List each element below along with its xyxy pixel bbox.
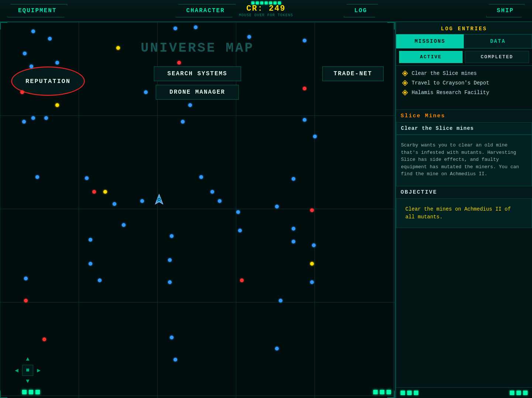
completed-filter-button[interactable]: COMPLETED — [465, 51, 529, 63]
map-dot-blue[interactable] — [170, 336, 174, 339]
active-filter-button[interactable]: ACTIVE — [399, 51, 463, 63]
right-led-4 — [510, 391, 514, 395]
led-1 — [22, 390, 27, 394]
map-dot-blue[interactable] — [35, 175, 39, 179]
mission-item-3[interactable]: Halamis Research Facility — [401, 88, 528, 97]
map-dot-blue[interactable] — [279, 299, 282, 302]
map-dot-blue[interactable] — [292, 177, 295, 181]
map-dot-blue[interactable] — [113, 202, 116, 206]
map-dot-blue[interactable] — [98, 278, 102, 282]
equipment-button[interactable]: EQUIPMENT — [7, 4, 67, 17]
map-dot-blue[interactable] — [236, 210, 240, 214]
nav-center-button[interactable]: ■ — [22, 365, 33, 376]
mission-detail-title-box: Clear the Slice mines — [396, 122, 532, 135]
map-dot-red[interactable] — [310, 208, 314, 212]
map-dot-blue[interactable] — [168, 280, 172, 284]
mission-icon-3 — [402, 90, 408, 96]
map-dot-blue[interactable] — [218, 199, 222, 203]
ship-button[interactable]: SHIP — [486, 4, 525, 17]
map-dot-blue[interactable] — [303, 39, 306, 42]
nav-left-arrow[interactable]: ◀ — [11, 365, 22, 376]
map-dot-blue[interactable] — [89, 238, 92, 242]
status-row: ACTIVE COMPLETED — [396, 49, 532, 66]
svg-marker-6 — [404, 82, 406, 84]
nav-right-arrow[interactable]: ▶ — [33, 365, 44, 376]
cr-display: CR: 249 MOUSE OVER FOR TOKENS — [239, 4, 293, 17]
right-led-2 — [407, 391, 412, 395]
tradenet-button[interactable]: TRADE-NET — [322, 66, 384, 81]
map-dot-red[interactable] — [42, 338, 46, 341]
map-dot-blue[interactable] — [144, 90, 148, 94]
map-dot-blue[interactable] — [140, 199, 144, 203]
map-dot-yellow[interactable] — [55, 103, 59, 107]
map-dot-yellow[interactable] — [310, 262, 314, 266]
map-dot-yellow[interactable] — [103, 190, 107, 194]
map-dot-red[interactable] — [177, 61, 181, 65]
map-dot-blue[interactable] — [174, 358, 177, 361]
right-led-5 — [516, 391, 521, 395]
map-dot-blue[interactable] — [122, 223, 126, 227]
map-dot-blue[interactable] — [303, 118, 306, 122]
nav-down-arrow[interactable]: ▼ — [22, 376, 33, 387]
map-dot-blue[interactable] — [174, 27, 177, 30]
right-leds-right — [510, 391, 528, 395]
map-dot-blue[interactable] — [238, 229, 242, 232]
map-dot-blue[interactable] — [85, 176, 89, 180]
nav-empty-tl — [11, 354, 22, 365]
map-bottom-leds-right — [373, 390, 391, 394]
map-dot-blue[interactable] — [194, 25, 198, 29]
map-dot-blue[interactable] — [22, 120, 26, 124]
map-dot-blue[interactable] — [310, 280, 314, 284]
top-navigation: EQUIPMENT CHARACTER CR: 249 MOUSE OVER F… — [0, 0, 532, 22]
mission-icon-2 — [402, 80, 408, 86]
log-button[interactable]: LOG — [344, 4, 378, 17]
corner-tl — [0, 22, 7, 30]
map-dot-blue[interactable] — [247, 35, 251, 39]
corner-bl — [0, 391, 7, 398]
svg-marker-8 — [404, 91, 406, 94]
map-dot-blue[interactable] — [275, 205, 279, 208]
map-dot-blue[interactable] — [170, 234, 174, 238]
cr-subtitle: MOUSE OVER FOR TOKENS — [239, 13, 293, 17]
map-dot-blue[interactable] — [48, 37, 52, 41]
map-dot-blue[interactable] — [31, 30, 35, 33]
drone-manager-button[interactable]: DRONE MANAGER — [156, 85, 239, 100]
map-dot-blue[interactable] — [31, 116, 35, 120]
map-dot-red[interactable] — [303, 87, 306, 90]
map-dot-blue[interactable] — [55, 61, 59, 65]
map-dot-blue[interactable] — [23, 52, 27, 55]
map-dot-blue[interactable] — [89, 262, 92, 266]
right-led-6 — [523, 391, 528, 395]
right-panel: LOG ENTRIES MISSIONS DATA ACTIVE COMPLET… — [395, 22, 532, 398]
map-dot-red[interactable] — [24, 299, 28, 302]
map-dot-blue[interactable] — [199, 175, 203, 179]
map-dot-blue[interactable] — [24, 277, 28, 280]
map-dot-blue[interactable] — [168, 258, 172, 262]
nav-up-arrow[interactable]: ▲ — [22, 354, 33, 365]
data-tab[interactable]: DATA — [464, 34, 532, 48]
search-systems-button[interactable]: SEARCH SYSTEMS — [154, 66, 241, 81]
map-dot-blue[interactable] — [210, 190, 214, 194]
map-dot-blue[interactable] — [312, 243, 316, 247]
map-dot-blue[interactable] — [30, 65, 33, 68]
mission-item-1[interactable]: Clear the Slice mines — [401, 69, 528, 78]
map-dot-blue[interactable] — [181, 120, 185, 124]
map-dot-yellow[interactable] — [116, 46, 120, 50]
right-leds-left — [401, 391, 418, 395]
mission-item-2[interactable]: Travel to Crayson's Depot — [401, 78, 528, 88]
map-dot-blue[interactable] — [44, 116, 48, 120]
map-dot-blue[interactable] — [188, 103, 192, 107]
tab-row: MISSIONS DATA — [396, 34, 532, 49]
map-dot-red[interactable] — [20, 90, 24, 94]
led-5 — [380, 390, 384, 394]
led-2 — [29, 390, 33, 394]
missions-tab[interactable]: MISSIONS — [396, 34, 464, 48]
mission-detail-desc-box: Scarby wants you to clear an old mine th… — [396, 135, 532, 186]
map-dot-red[interactable] — [92, 190, 96, 194]
map-dot-blue[interactable] — [292, 240, 295, 243]
map-dot-blue[interactable] — [275, 347, 279, 350]
map-dot-blue[interactable] — [292, 227, 295, 231]
map-dot-red[interactable] — [240, 278, 244, 282]
map-dot-blue[interactable] — [313, 135, 317, 138]
character-button[interactable]: CHARACTER — [175, 4, 235, 17]
